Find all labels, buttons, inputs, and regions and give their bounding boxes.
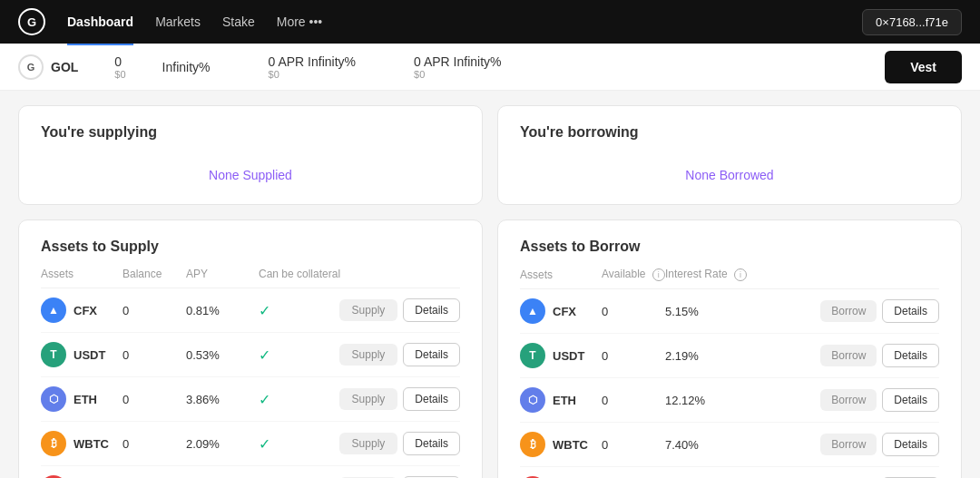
borrow-available-3: 0 <box>602 438 665 452</box>
apy3-sub: $0 <box>414 69 425 80</box>
supply-button-0[interactable]: Supply <box>339 299 398 321</box>
borrow-asset-icon-0: ▲ <box>520 298 545 324</box>
supply-row: ⬡ ETH 0 3.86% ✓ Supply Details <box>41 377 460 422</box>
supply-collateral-0: ✓ <box>259 302 339 319</box>
borrow-details-button-0[interactable]: Details <box>882 299 939 323</box>
supply-row: T USDT 0 0.53% ✓ Supply Details <box>41 333 460 377</box>
balance-sub: $0 <box>114 69 125 80</box>
supply-actions-1: Supply Details <box>339 343 460 366</box>
supply-asset-name-2: ETH <box>74 393 97 406</box>
borrow-row: ▲ CFX 0 5.15% Borrow Details <box>520 289 939 334</box>
borrow-details-button-2[interactable]: Details <box>882 388 939 412</box>
apy2-sub: $0 <box>269 69 279 80</box>
supply-details-button-3[interactable]: Details <box>403 432 460 455</box>
borrow-panel: Assets to Borrow Assets Available i Inte… <box>497 219 962 478</box>
supply-panel: Assets to Supply Assets Balance APY Can … <box>18 219 483 478</box>
supply-actions-3: Supply Details <box>339 432 460 455</box>
borrow-asset-info-2: ⬡ ETH <box>520 387 602 413</box>
supply-details-button-1[interactable]: Details <box>403 343 460 366</box>
supply-balance-3: 0 <box>122 437 186 451</box>
apy2-value: 0 APR Infinity% <box>269 54 357 69</box>
borrow-rate-1: 2.19% <box>665 349 820 363</box>
supply-asset-info-0: ▲ CFX <box>41 298 122 323</box>
supply-asset-name-0: CFX <box>74 304 97 317</box>
wallet-button[interactable]: 0×7168...f71e <box>862 9 962 35</box>
supply-row: ▲ CFX 0 0.81% ✓ Supply Details <box>41 288 460 333</box>
supply-details-button-0[interactable]: Details <box>403 298 460 322</box>
borrow-table-header: Assets Available i Interest Rate i <box>520 268 939 289</box>
supply-balance-0: 0 <box>122 304 186 317</box>
supply-asset-name-1: USDT <box>74 348 105 362</box>
available-info-icon: i <box>652 268 665 281</box>
supply-asset-icon-3: ₿ <box>41 431 66 456</box>
rate-info-icon: i <box>734 268 747 281</box>
gol-logo: G <box>18 54 44 80</box>
borrow-asset-info-0: ▲ CFX <box>520 298 602 324</box>
borrow-col-available: Available i <box>602 268 665 281</box>
borrow-asset-icon-2: ⬡ <box>520 387 545 413</box>
supply-button-3[interactable]: Supply <box>339 433 398 454</box>
apy2-block: 0 APR Infinity% $0 <box>269 54 357 80</box>
borrow-available-1: 0 <box>602 349 665 363</box>
supply-button-1[interactable]: Supply <box>339 344 398 366</box>
main-content: You're supplying None Supplied You're bo… <box>0 91 980 478</box>
borrow-available-0: 0 <box>602 305 665 318</box>
supply-balance-2: 0 <box>122 393 186 406</box>
borrow-button-3[interactable]: Borrow <box>820 434 877 455</box>
supply-apy-0: 0.81% <box>186 304 259 317</box>
supply-table-header: Assets Balance APY Can be collateral <box>41 268 460 288</box>
supply-col-apy: APY <box>186 268 259 280</box>
supply-rows: ▲ CFX 0 0.81% ✓ Supply Details T USDT 0 … <box>41 288 460 478</box>
supply-collateral-3: ✓ <box>259 435 339 453</box>
supply-asset-info-1: T USDT <box>41 342 122 367</box>
borrow-actions-0: Borrow Details <box>820 299 939 323</box>
nav-logo[interactable]: G <box>18 8 45 35</box>
borrowing-title: You're borrowing <box>520 124 939 141</box>
nav-more[interactable]: More ••• <box>277 11 323 33</box>
supply-asset-icon-0: ▲ <box>41 298 66 323</box>
supply-button-2[interactable]: Supply <box>339 388 398 410</box>
supply-row: ₿ WBTC 0 2.09% ✓ Supply Details <box>41 422 460 466</box>
borrow-button-0[interactable]: Borrow <box>820 300 877 322</box>
supply-asset-name-3: WBTC <box>74 437 109 451</box>
supply-asset-info-3: ₿ WBTC <box>41 431 122 456</box>
collateral-check-icon-1: ✓ <box>259 347 270 363</box>
supply-details-button-2[interactable]: Details <box>403 387 460 411</box>
collateral-check-icon-2: ✓ <box>259 392 270 407</box>
supply-collateral-1: ✓ <box>259 346 339 364</box>
supply-actions-0: Supply Details <box>339 298 460 322</box>
supply-apy-2: 3.86% <box>186 393 259 406</box>
supply-col-collateral: Can be collateral <box>259 268 351 280</box>
supply-row: ✕ xCFX 0 0.23% ✓ Supply Details <box>41 466 460 478</box>
borrow-details-button-3[interactable]: Details <box>882 433 939 456</box>
vest-button[interactable]: Vest <box>885 51 962 83</box>
supply-col-balance: Balance <box>122 268 186 280</box>
borrow-button-2[interactable]: Borrow <box>820 389 877 411</box>
gol-name: GOL <box>51 60 78 74</box>
borrow-rows: ▲ CFX 0 5.15% Borrow Details T USDT 0 2.… <box>520 289 939 478</box>
borrow-row: ✕ xCFX 0 2.75% Borrow Details <box>520 467 939 478</box>
supplying-empty: None Supplied <box>41 159 460 186</box>
supply-balance-1: 0 <box>122 348 186 362</box>
borrow-asset-name-2: ETH <box>553 394 576 407</box>
borrow-rate-3: 7.40% <box>665 438 820 452</box>
nav-dashboard[interactable]: Dashboard <box>67 11 133 33</box>
borrow-actions-1: Borrow Details <box>820 344 939 367</box>
balance-value: 0 <box>114 54 122 69</box>
borrow-col-assets: Assets <box>520 268 602 281</box>
borrow-asset-icon-1: T <box>520 343 545 368</box>
borrow-actions-3: Borrow Details <box>820 433 939 456</box>
supply-apy-3: 2.09% <box>186 437 259 451</box>
borrow-details-button-1[interactable]: Details <box>882 344 939 367</box>
info-bar: G GOL 0 $0 Infinity% 0 APR Infinity% $0 … <box>0 44 980 91</box>
borrowing-panel: You're borrowing None Borrowed <box>497 105 962 205</box>
borrow-row: T USDT 0 2.19% Borrow Details <box>520 334 939 378</box>
borrow-row: ⬡ ETH 0 12.12% Borrow Details <box>520 378 939 423</box>
nav-stake[interactable]: Stake <box>222 11 255 33</box>
top-panels: You're supplying None Supplied You're bo… <box>18 105 962 205</box>
nav-markets[interactable]: Markets <box>155 11 201 33</box>
supply-apy-1: 0.53% <box>186 348 259 362</box>
apy3-value: 0 APR Infinity% <box>414 54 502 69</box>
borrow-button-1[interactable]: Borrow <box>820 345 877 366</box>
apy1-value: Infinity% <box>162 60 211 74</box>
